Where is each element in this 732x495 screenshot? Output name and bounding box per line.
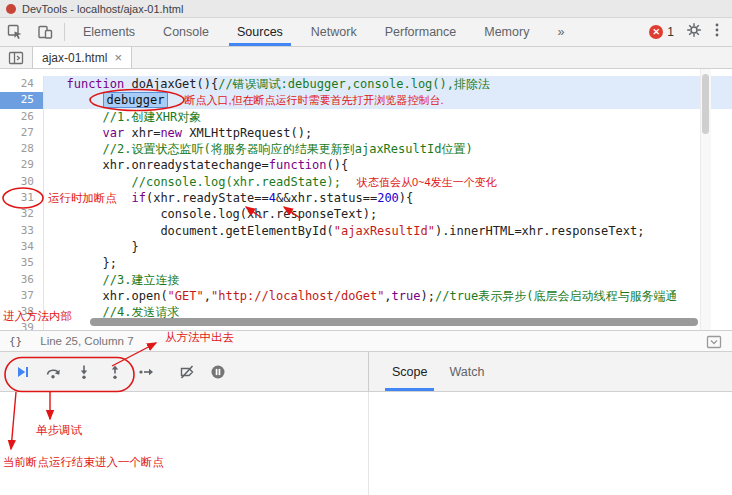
file-tab-bar: ajax-01.html × bbox=[0, 47, 732, 69]
tab-console[interactable]: Console bbox=[149, 18, 223, 46]
code-segment: (xhr.readyState== bbox=[146, 191, 269, 205]
annotation-single-step: 单步调试 bbox=[36, 423, 82, 438]
code-segment: 4 bbox=[269, 191, 276, 205]
annotation-enter-method: 进入方法内部 bbox=[3, 309, 72, 324]
code-line-33: 33 document.getElementById("ajaxResultId… bbox=[0, 223, 732, 239]
code-text[interactable]: }; bbox=[44, 255, 732, 271]
horizontal-scrollbar[interactable] bbox=[90, 318, 698, 326]
deactivate-breakpoints-icon bbox=[179, 364, 195, 380]
gutter-line-number[interactable]: 32 bbox=[0, 206, 44, 222]
step-over-icon bbox=[45, 364, 61, 380]
error-badge[interactable]: ✕ 1 bbox=[649, 25, 674, 39]
gutter-line-number[interactable]: 28 bbox=[0, 141, 44, 157]
tab-performance[interactable]: Performance bbox=[371, 18, 471, 46]
pretty-print-button[interactable]: {} bbox=[9, 335, 22, 348]
gutter-line-number[interactable]: 37 bbox=[0, 288, 44, 304]
tab-watch[interactable]: Watch bbox=[438, 352, 495, 391]
annotation-breakpoint-done: 当前断点运行结束进入一个断点 bbox=[3, 455, 164, 470]
error-icon: ✕ bbox=[649, 25, 663, 39]
scrollbar-thumb[interactable] bbox=[702, 74, 709, 134]
code-text[interactable]: xhr.open("GET","http://localhost/doGet",… bbox=[44, 288, 732, 304]
code-segment: console.log(xhr.responseText); bbox=[160, 207, 377, 221]
code-segment: if bbox=[131, 191, 145, 205]
file-tab-active[interactable]: ajax-01.html × bbox=[32, 47, 132, 68]
gutter-line-number[interactable]: 30 bbox=[0, 174, 44, 190]
step-over-button[interactable] bbox=[37, 357, 68, 387]
step-out-button[interactable] bbox=[99, 357, 130, 387]
code-segment: xhr= bbox=[124, 126, 160, 140]
gutter-line-number[interactable]: 31 bbox=[0, 190, 44, 206]
code-text[interactable]: var xhr=new XMLHttpRequest(); bbox=[44, 125, 732, 141]
tab-scope[interactable]: Scope bbox=[381, 352, 438, 391]
gutter-line-number[interactable]: 36 bbox=[0, 272, 44, 288]
gutter-line-number[interactable]: 27 bbox=[0, 125, 44, 141]
code-segment: "http://localhost/doGet" bbox=[211, 289, 384, 303]
step-out-icon bbox=[107, 364, 123, 380]
tab-network[interactable]: Network bbox=[297, 18, 371, 46]
tab-sources[interactable]: Sources bbox=[223, 18, 297, 46]
gutter-line-number[interactable]: 34 bbox=[0, 239, 44, 255]
tab-memory[interactable]: Memory bbox=[470, 18, 543, 46]
navigator-toggle-button[interactable] bbox=[0, 47, 32, 68]
code-text[interactable]: document.getElementById("ajaxResultId").… bbox=[44, 223, 732, 239]
code-segment: function bbox=[66, 77, 124, 91]
three-dots-icon bbox=[714, 22, 720, 38]
code-text[interactable]: console.log(xhr.responseText); bbox=[44, 206, 732, 222]
code-segment: document.getElementById( bbox=[160, 224, 333, 238]
pause-on-exceptions-icon bbox=[210, 364, 226, 380]
clipped-line bbox=[0, 69, 732, 76]
drawer-toggle-button[interactable] bbox=[706, 334, 722, 354]
code-text[interactable]: xhr.onreadystatechange=function(){ bbox=[44, 157, 732, 173]
step-into-icon bbox=[76, 364, 92, 380]
code-line-35: 35 }; bbox=[0, 255, 732, 271]
code-segment: 200 bbox=[377, 191, 399, 205]
gutter-line-number[interactable]: 33 bbox=[0, 223, 44, 239]
close-icon[interactable]: × bbox=[114, 51, 122, 64]
gutter-line-number[interactable]: 24 bbox=[0, 76, 44, 92]
resume-icon bbox=[14, 364, 30, 380]
code-text[interactable]: //2.设置状态监听(将服务器响应的结果更新到ajaxResultId位置) bbox=[44, 141, 732, 157]
deactivate-breakpoints-button[interactable] bbox=[171, 357, 202, 387]
code-text[interactable]: //console.log(xhr.readState);状态值会从0~4发生一… bbox=[44, 174, 732, 190]
code-text[interactable]: debugger断点入口,但在断点运行时需要首先打开浏览器控制台. bbox=[44, 92, 732, 108]
toolbar-right: ✕ 1 bbox=[649, 18, 732, 46]
code-text[interactable]: function doAjaxGet(){//错误调试:debugger,con… bbox=[44, 76, 732, 92]
inspect-element-button[interactable] bbox=[0, 18, 30, 46]
window-title: DevTools - localhost/ajax-01.html bbox=[22, 3, 183, 15]
gutter-line-number[interactable]: 29 bbox=[0, 157, 44, 173]
gutter-line-number[interactable]: 26 bbox=[0, 109, 44, 125]
gutter-line-number[interactable]: 35 bbox=[0, 255, 44, 271]
annotation-runtime-breakpoint: 运行时加断点 bbox=[48, 191, 117, 206]
gutter-line-number[interactable]: 25 bbox=[0, 92, 44, 108]
code-line-34: 34 } bbox=[0, 239, 732, 255]
code-text[interactable]: //3.建立连接 bbox=[44, 272, 732, 288]
code-text[interactable]: if(xhr.readyState==4&&xhr.status==200){ bbox=[44, 190, 732, 206]
step-button[interactable] bbox=[130, 357, 161, 387]
device-toolbar-button[interactable] bbox=[30, 18, 60, 46]
code-line-32: 32 console.log(xhr.responseText); bbox=[0, 206, 732, 222]
gear-icon bbox=[686, 22, 702, 38]
step-into-button[interactable] bbox=[68, 357, 99, 387]
code-text[interactable]: //1.创建XHR对象 bbox=[44, 109, 732, 125]
code-segment: "ajaxResultId" bbox=[334, 224, 435, 238]
settings-button[interactable] bbox=[686, 22, 702, 42]
pause-on-exceptions-button[interactable] bbox=[202, 357, 233, 387]
code-segment: (){ bbox=[327, 158, 349, 172]
code-text[interactable]: } bbox=[44, 239, 732, 255]
menu-button[interactable] bbox=[714, 22, 720, 42]
code-segment: true bbox=[392, 289, 421, 303]
panel-divider bbox=[368, 392, 369, 495]
devtools-window: DevTools - localhost/ajax-01.html Elemen… bbox=[0, 0, 732, 495]
code-segment: new bbox=[160, 126, 182, 140]
status-bar: {} Line 25, Column 7 bbox=[0, 330, 732, 352]
code-segment: //console.log(xhr.readState); bbox=[131, 175, 341, 189]
code-line-27: 27 var xhr=new XMLHttpRequest(); bbox=[0, 125, 732, 141]
tab-elements[interactable]: Elements bbox=[69, 18, 149, 46]
code-line-28: 28 //2.设置状态监听(将服务器响应的结果更新到ajaxResultId位置… bbox=[0, 141, 732, 157]
code-segment: var bbox=[103, 126, 125, 140]
resume-button[interactable] bbox=[6, 357, 37, 387]
vertical-scrollbar[interactable] bbox=[700, 69, 711, 330]
annotation-arrow-resume bbox=[11, 392, 16, 449]
code-segment: XMLHttpRequest(); bbox=[182, 126, 312, 140]
tab-more-panels[interactable]: » bbox=[543, 18, 578, 46]
